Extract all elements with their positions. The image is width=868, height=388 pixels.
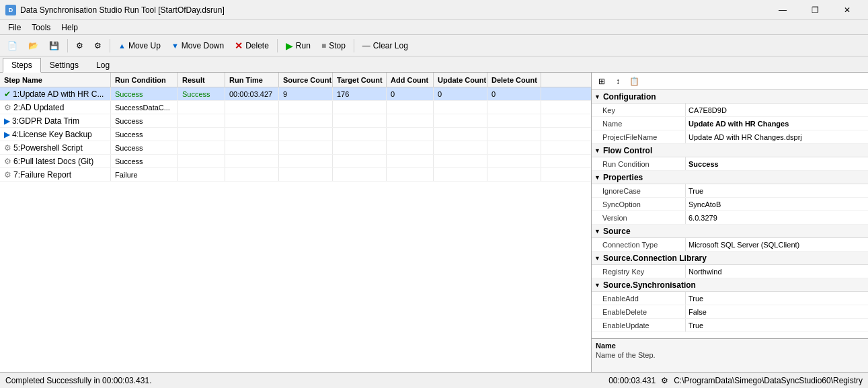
config-button1[interactable]: ⚙ <box>71 37 88 54</box>
prop-row: EnableDelete False <box>592 305 868 319</box>
cell-updcount: 0 <box>434 87 487 100</box>
prop-row: Key CA7E8D9D <box>592 104 868 117</box>
section-title: Properties <box>603 173 643 182</box>
prop-row: Version 6.0.3279 <box>592 211 868 225</box>
props-categorized-button[interactable]: ⊞ <box>594 75 609 88</box>
save-button[interactable]: 💾 <box>44 37 64 54</box>
cell-addcount <box>387 155 434 167</box>
cell-srccount <box>279 141 333 154</box>
col-header-result: Result <box>178 73 225 87</box>
section-properties[interactable]: ▼ Properties <box>592 171 868 184</box>
section-flowcontrol[interactable]: ▼ Flow Control <box>592 144 868 157</box>
clear-log-button[interactable]: — Clear Log <box>358 37 413 54</box>
minimize-button[interactable]: — <box>767 0 798 20</box>
name-description-box: Name Name of the Step. <box>592 338 868 372</box>
section-source-connlib[interactable]: ▼ Source.Connection Library <box>592 251 868 265</box>
cell-delcount <box>487 141 541 154</box>
section-title: Configuration <box>603 92 656 102</box>
prop-val: Microsoft SQL Server (SQLClient) <box>686 240 868 249</box>
table-header: Step Name Run Condition Result Run Time … <box>0 73 591 87</box>
table-row[interactable]: ▶ 4:License Key Backup Success <box>0 128 591 141</box>
section-title: Source.Connection Library <box>603 254 707 263</box>
cell-runtime <box>225 114 279 127</box>
prop-row: Connection Type Microsoft SQL Server (SQ… <box>592 238 868 251</box>
cell-result: Success <box>178 87 225 100</box>
table-row[interactable]: ▶ 3:GDPR Data Trim Success <box>0 114 591 128</box>
prop-key: Registry Key <box>592 265 686 278</box>
prop-val: True <box>686 321 868 330</box>
tab-bar: Steps Settings Log <box>0 56 868 73</box>
section-source[interactable]: ▼ Source <box>592 225 868 238</box>
move-down-button[interactable]: ▼ Move Down <box>167 37 229 54</box>
section-title: Source.Synchronisation <box>603 280 696 290</box>
cell-stepname: ⚙ 2:AD Updated <box>0 101 111 114</box>
step-status-icon: ⚙ <box>4 103 11 112</box>
section-collapse-icon: ▼ <box>594 93 600 100</box>
cell-delcount <box>487 114 541 127</box>
tab-settings[interactable]: Settings <box>41 58 87 72</box>
cell-addcount <box>387 128 434 141</box>
section-collapse-icon: ▼ <box>594 228 600 235</box>
status-path-icon: ⚙ <box>661 376 668 385</box>
section-title: Source <box>603 227 631 236</box>
app-icon: D <box>5 5 16 15</box>
stop-button[interactable]: ■ Stop <box>317 37 350 54</box>
open-button[interactable]: 📂 <box>24 37 43 54</box>
menu-help[interactable]: Help <box>56 22 83 34</box>
cell-runcond: Success <box>111 141 178 154</box>
table-body: ✔ 1:Update AD with HR C... Success Succe… <box>0 87 591 372</box>
cell-tgtcount <box>333 101 387 114</box>
run-button[interactable]: ▶ Run <box>281 37 315 54</box>
table-row[interactable]: ✔ 1:Update AD with HR C... Success Succe… <box>0 87 591 101</box>
main-content: Step Name Run Condition Result Run Time … <box>0 73 868 372</box>
name-box-description: Name of the Step. <box>596 351 864 359</box>
prop-val: True <box>686 294 868 303</box>
cell-result <box>178 114 225 127</box>
col-header-runcond: Run Condition <box>111 73 178 87</box>
prop-key: ProjectFileName <box>592 130 686 143</box>
cell-result <box>178 141 225 154</box>
move-up-button[interactable]: ▲ Move Up <box>114 37 165 54</box>
prop-key: Connection Type <box>592 238 686 251</box>
run-icon: ▶ <box>286 40 293 51</box>
prop-val: False <box>686 307 868 317</box>
prop-val: CA7E8D9D <box>686 106 868 115</box>
section-collapse-icon: ▼ <box>594 282 600 288</box>
clear-log-label: Clear Log <box>373 41 408 50</box>
cell-stepname: ⚙ 6:Pull latest Docs (Git) <box>0 155 111 167</box>
stop-label: Stop <box>329 41 346 50</box>
props-alphabetical-button[interactable]: ↕ <box>610 75 625 88</box>
section-configuration[interactable]: ▼ Configuration <box>592 90 868 104</box>
tab-log[interactable]: Log <box>87 58 118 72</box>
step-status-icon: ⚙ <box>4 170 11 180</box>
cell-srccount <box>279 168 333 181</box>
properties-panel: ⊞ ↕ 📋 ▼ Configuration Key CA7E8D9D Name … <box>592 73 868 372</box>
new-button[interactable]: 📄 <box>3 37 22 54</box>
table-row[interactable]: ⚙ 5:Powershell Script Success <box>0 141 591 155</box>
menu-file[interactable]: File <box>3 22 26 34</box>
section-collapse-icon: ▼ <box>594 147 600 154</box>
table-row[interactable]: ⚙ 7:Failure Report Failure <box>0 168 591 182</box>
table-row[interactable]: ⚙ 6:Pull latest Docs (Git) Success <box>0 155 591 168</box>
props-description-button[interactable]: 📋 <box>627 75 641 88</box>
cell-runtime: 00:00:03.427 <box>225 87 279 100</box>
step-status-icon: ⚙ <box>4 143 11 153</box>
delete-button[interactable]: ✕ Delete <box>230 37 274 54</box>
cell-runtime <box>225 128 279 141</box>
cell-updcount <box>434 168 487 181</box>
close-button[interactable]: ✕ <box>832 0 863 20</box>
cell-runcond: Failure <box>111 168 178 181</box>
tab-steps[interactable]: Steps <box>3 58 41 73</box>
title-bar: D Data Synchronisation Studio Run Tool [… <box>0 0 868 20</box>
cell-addcount <box>387 168 434 181</box>
prop-val: True <box>686 186 868 196</box>
status-bar: Completed Successfully in 00:00:03.431. … <box>0 372 868 388</box>
config-button2[interactable]: ⚙ <box>89 37 106 54</box>
cell-runtime <box>225 168 279 181</box>
menu-tools[interactable]: Tools <box>26 22 56 34</box>
maximize-button[interactable]: ❐ <box>799 0 830 20</box>
table-row[interactable]: ⚙ 2:AD Updated SuccessDataC... <box>0 101 591 114</box>
section-source-sync[interactable]: ▼ Source.Synchronisation <box>592 278 868 292</box>
section-collapse-icon: ▼ <box>594 174 600 181</box>
cell-addcount: 0 <box>387 87 434 100</box>
